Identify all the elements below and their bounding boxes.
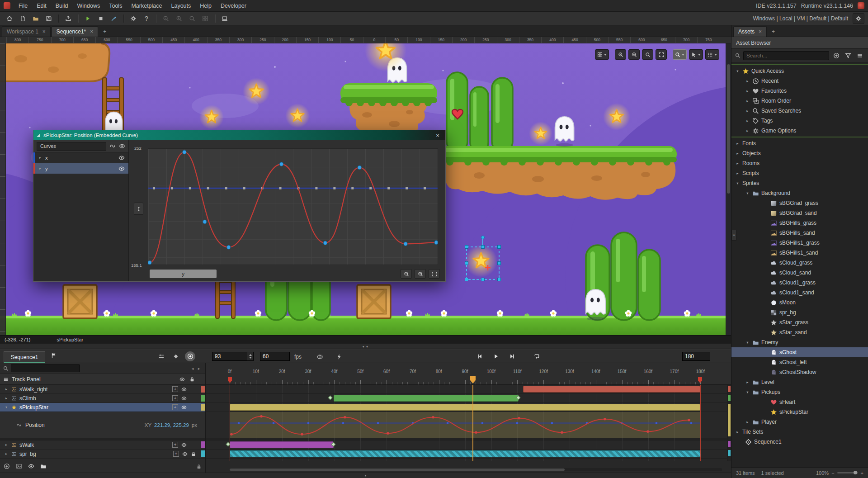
curve-plot[interactable]: [148, 148, 438, 265]
clip-swalk[interactable]: [230, 441, 334, 448]
timeline-collapse-handle[interactable]: [0, 473, 731, 478]
clip-swalk-right[interactable]: [523, 386, 700, 393]
eye-icon[interactable]: [119, 143, 125, 149]
chevron-down-icon[interactable]: [4, 405, 9, 409]
zoom-slider[interactable]: [837, 472, 858, 473]
timeline-row-spr-bg[interactable]: [206, 450, 731, 459]
asset-item-favourites[interactable]: Favourites: [731, 86, 868, 96]
close-icon[interactable]: [42, 29, 46, 34]
add-key-button[interactable]: [172, 395, 178, 401]
eye-icon[interactable]: [118, 155, 125, 161]
lock-icon[interactable]: [191, 451, 196, 457]
lock-icon[interactable]: [196, 464, 202, 469]
asset-item-sequence1[interactable]: Sequence1: [731, 437, 868, 447]
chevron-right-icon[interactable]: [38, 156, 42, 160]
asset-group-enemy[interactable]: Enemy: [731, 337, 868, 347]
zoom-out-button[interactable]: [160, 13, 172, 24]
asset-item-sheart[interactable]: sHeart: [731, 397, 868, 407]
target-device-button[interactable]: [219, 13, 231, 24]
zoom-in-icon[interactable]: +: [861, 470, 863, 476]
channel-row-y[interactable]: y: [33, 163, 128, 174]
stop-button[interactable]: [95, 13, 107, 24]
asset-item-sbghills-sand[interactable]: sBGHills_sand: [731, 228, 868, 238]
add-key-button[interactable]: [172, 442, 178, 448]
asset-item-recent[interactable]: Recent: [731, 76, 868, 86]
clip-spickupstar[interactable]: [230, 404, 700, 411]
embedded-curve-mode-button[interactable]: [185, 351, 195, 361]
menu-item[interactable]: Layouts: [167, 1, 196, 11]
add-key-button[interactable]: [172, 404, 178, 410]
asset-section-scripts[interactable]: Scripts: [731, 168, 868, 178]
asset-group-pickups[interactable]: Pickups: [731, 387, 868, 397]
eye-icon[interactable]: [28, 463, 34, 469]
asset-item-sghostshadow[interactable]: sGhostShadow: [731, 367, 868, 377]
channel-row-x[interactable]: x: [33, 152, 128, 163]
zoom-in-button[interactable]: [173, 13, 185, 24]
asset-item-scloud-grass[interactable]: sCloud_grass: [731, 258, 868, 268]
playhead-frame-input[interactable]: [212, 352, 247, 361]
select-tool-button[interactable]: [689, 49, 703, 60]
fit-vertical-button[interactable]: [134, 203, 143, 215]
prev-match-button[interactable]: ◂: [189, 365, 196, 372]
asset-item-saved-searches[interactable]: Saved Searches: [731, 106, 868, 116]
embedded-curve-window[interactable]: sPickupStar: Position (Embedded Curve) C…: [33, 130, 446, 282]
save-project-button[interactable]: [43, 13, 55, 24]
asset-section-sprites[interactable]: Sprites: [731, 178, 868, 188]
panel-collapse-handle[interactable]: [731, 230, 736, 241]
asset-section-tile-sets[interactable]: Tile Sets: [731, 427, 868, 437]
run-button[interactable]: [82, 13, 94, 24]
timeline-row-swalk[interactable]: [206, 440, 731, 450]
add-key-button[interactable]: [172, 386, 178, 392]
track-search-input[interactable]: [11, 364, 80, 372]
eye-icon[interactable]: [181, 442, 187, 448]
menu-item[interactable]: Developer: [216, 1, 251, 11]
canvas-fit-button[interactable]: [656, 49, 667, 60]
sequence-canvas-area[interactable]: sPickupStar: Position (Embedded Curve) C…: [0, 43, 731, 335]
graph-zoom-in-button[interactable]: [415, 269, 426, 279]
asset-item-scloud1-sand[interactable]: sCloud1_sand: [731, 288, 868, 298]
graph-zoom-out-button[interactable]: [401, 269, 412, 279]
frame-stepper[interactable]: [247, 352, 254, 361]
asset-item-spr-bg[interactable]: spr_bg: [731, 308, 868, 317]
menu-item[interactable]: Marketplace: [127, 1, 166, 11]
eye-icon[interactable]: [182, 451, 188, 457]
curve-mode-icon[interactable]: [109, 143, 116, 149]
track-row-swalk[interactable]: sWalk: [0, 440, 205, 450]
asset-item-sbghills1-grass[interactable]: sBGHills1_grass: [731, 238, 868, 248]
channel-select-button[interactable]: y: [150, 270, 217, 278]
add-asset-button[interactable]: [832, 51, 841, 60]
home-button[interactable]: [4, 13, 15, 24]
chevron-right-icon[interactable]: [4, 452, 9, 456]
chevron-right-icon[interactable]: [4, 387, 9, 391]
track-row-spickupstar[interactable]: sPickupStar: [0, 403, 205, 412]
close-icon[interactable]: [759, 29, 762, 34]
sequence-length-input[interactable]: [682, 352, 710, 361]
tab-workspace-1[interactable]: Workspace 1: [2, 26, 51, 37]
canvas-zoom-in-button[interactable]: [628, 49, 640, 60]
menu-item[interactable]: Windows: [73, 1, 105, 11]
skip-to-start-button[interactable]: [473, 351, 486, 362]
loop-button[interactable]: [530, 351, 543, 362]
timeline-row-sclimb[interactable]: [206, 394, 731, 403]
add-track-button[interactable]: [4, 463, 10, 469]
panel-splitter[interactable]: [0, 344, 731, 349]
curve-window-titlebar[interactable]: sPickupStar: Position (Embedded Curve): [33, 130, 445, 140]
instant-playback-button[interactable]: [334, 352, 344, 362]
curve-graph-area[interactable]: 252 155.1: [129, 140, 445, 281]
asset-item-sbggrad-sand[interactable]: sBGGrad_sand: [731, 208, 868, 218]
timeline-horizontal-scrollbar[interactable]: [230, 468, 722, 471]
clip-spr-bg[interactable]: [230, 450, 701, 457]
timeline-row-position-curve[interactable]: [206, 412, 731, 438]
asset-item-sbghills-grass[interactable]: sBGHills_grass: [731, 218, 868, 228]
play-button[interactable]: [490, 351, 502, 362]
sprite-icon[interactable]: [16, 463, 22, 469]
close-icon[interactable]: [90, 29, 93, 34]
game-options-button[interactable]: [127, 13, 139, 24]
skip-to-end-button[interactable]: [506, 351, 519, 362]
asset-group-player[interactable]: Player: [731, 417, 868, 427]
open-project-button[interactable]: [30, 13, 42, 24]
asset-item-sbghills1-sand[interactable]: sBGHills1_sand: [731, 248, 868, 258]
menu-item[interactable]: Help: [195, 1, 216, 11]
filter-icon[interactable]: [844, 51, 853, 60]
eye-icon[interactable]: [118, 166, 125, 172]
